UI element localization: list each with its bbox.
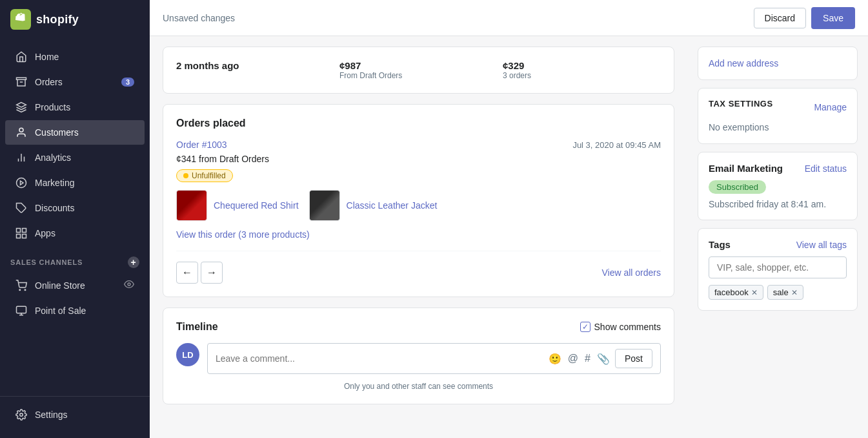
svg-marker-3 [17,103,26,108]
sidebar-item-customers-label: Customers [35,127,79,138]
comment-box: LD 🙂 @ # 📎 Post [176,343,661,374]
tags-card: Tags View all tags facebook ✕ sale ✕ [698,228,858,311]
summary-amount2: ¢329 [503,60,656,71]
summary-col-amount1: ¢987 From Draft Orders [334,57,498,83]
subscribed-badge: Subscribed [709,180,766,194]
post-button[interactable]: Post [615,349,652,368]
tax-manage-link[interactable]: Manage [814,102,847,112]
comment-input[interactable] [216,353,543,364]
show-comments-toggle[interactable]: ✓ Show comments [580,322,661,332]
order-number-link[interactable]: Order #1003 [176,140,227,150]
settings-label: Settings [35,410,68,420]
product-link-shirt[interactable]: Chequered Red Shirt [214,200,299,211]
summary-card: 2 months ago ¢987 From Draft Orders ¢329… [163,47,674,94]
view-all-tags-link[interactable]: View all tags [796,240,847,250]
subscribed-text: Subscribed friday at 8:41 am. [709,199,847,209]
tag-label-facebook: facebook [714,287,749,297]
attachment-icon[interactable]: 📎 [597,353,610,365]
svg-point-17 [128,283,130,286]
product-link-jacket[interactable]: Classic Leather Jacket [347,200,438,211]
tax-settings-header: TAX SETTINGS Manage [709,99,847,115]
analytics-icon [15,152,27,163]
sidebar-item-point-of-sale[interactable]: Point of Sale [5,298,145,323]
tag-item-facebook: facebook ✕ [709,285,763,300]
summary-orders-label: 3 orders [503,71,656,80]
next-page-button[interactable]: → [201,262,223,284]
orders-title: Orders placed [176,118,661,129]
sidebar-item-products[interactable]: Products [5,95,145,120]
sidebar-item-analytics[interactable]: Analytics [5,145,145,170]
sidebar-logo[interactable]: shopify [0,0,150,39]
svg-point-21 [20,413,23,417]
sidebar-item-marketing[interactable]: Marketing [5,171,145,195]
sales-channels-header: SALES CHANNELS + [0,246,150,272]
email-marketing-title: Email Marketing [709,163,783,174]
sidebar-item-pos-label: Point of Sale [35,306,86,316]
tags-list: facebook ✕ sale ✕ [709,285,847,300]
eye-icon[interactable] [124,279,134,291]
discounts-icon [15,202,27,214]
svg-rect-14 [17,235,21,238]
avatar: LD [176,343,199,366]
main-panel: 2 months ago ¢987 From Draft Orders ¢329… [150,36,687,438]
sidebar-item-home[interactable]: Home [5,45,145,69]
emoji-icon[interactable]: 🙂 [549,353,561,365]
tags-input[interactable] [709,256,847,278]
logo-text: shopify [36,13,79,26]
summary-time-ago: 2 months ago [176,60,329,71]
timeline-title: Timeline [176,321,218,333]
sidebar-item-settings[interactable]: Settings [5,402,145,427]
tag-remove-sale[interactable]: ✕ [791,288,798,297]
unfulfilled-dot [183,173,188,178]
svg-rect-11 [17,229,21,233]
tax-settings-card: TAX SETTINGS Manage No exemptions [698,88,858,144]
add-sales-channel-button[interactable]: + [128,256,139,268]
address-card: Add new address [698,47,858,80]
view-order-link[interactable]: View this order (3 more products) [176,229,310,240]
unfulfilled-label: Unfulfilled [192,171,226,180]
orders-footer: ← → View all orders [176,262,661,284]
svg-rect-12 [23,229,26,233]
edit-status-link[interactable]: Edit status [805,163,847,174]
shopify-icon [10,9,31,30]
marketing-icon [15,177,27,189]
save-button[interactable]: Save [811,7,855,29]
order-header: Order #1003 Jul 3, 2020 at 09:45 AM [176,140,661,150]
discard-button[interactable]: Discard [754,8,806,28]
mention-icon[interactable]: @ [568,353,578,364]
comment-input-wrap: 🙂 @ # 📎 Post [207,343,661,374]
svg-marker-9 [21,181,24,185]
pos-icon [15,305,27,317]
sidebar-item-online-store[interactable]: Online Store [5,273,145,298]
main-area: Unsaved changes Discard Save 2 months ag… [150,0,868,438]
sidebar-nav: Home Orders 3 Products Customers [0,39,150,391]
view-all-orders-link[interactable]: View all orders [601,267,661,278]
show-comments-label: Show comments [594,322,661,332]
order-amount: ¢341 from Draft Orders [176,154,661,164]
sidebar-item-customers[interactable]: Customers [5,120,145,145]
products-icon [15,101,27,113]
show-comments-checkbox[interactable]: ✓ [580,322,590,332]
prev-page-button[interactable]: ← [176,262,198,284]
product-thumb-shirt [176,190,207,221]
products-row: Chequered Red Shirt Classic Leather Jack… [176,190,661,221]
sidebar-item-discounts[interactable]: Discounts [5,196,145,220]
topbar-actions: Discard Save [754,7,855,29]
tag-remove-facebook[interactable]: ✕ [751,288,758,297]
svg-point-16 [25,289,26,291]
sidebar-item-products-label: Products [35,102,70,112]
summary-col-time: 2 months ago [176,57,334,83]
customers-icon [15,127,27,138]
sidebar-item-apps[interactable]: Apps [5,221,145,245]
summary-from-label: From Draft Orders [339,71,492,80]
svg-point-4 [19,128,23,132]
comment-icons: 🙂 @ # 📎 [549,353,610,365]
add-address-link[interactable]: Add new address [709,58,778,68]
svg-rect-13 [23,235,26,238]
sidebar-bottom: Settings [0,396,150,438]
hashtag-icon[interactable]: # [585,353,590,364]
sidebar-item-orders[interactable]: Orders 3 [5,70,145,94]
summary-col-amount2: ¢329 3 orders [498,57,661,83]
timeline-card: Timeline ✓ Show comments LD 🙂 @ # [163,308,674,404]
topbar-title: Unsaved changes [163,13,235,23]
